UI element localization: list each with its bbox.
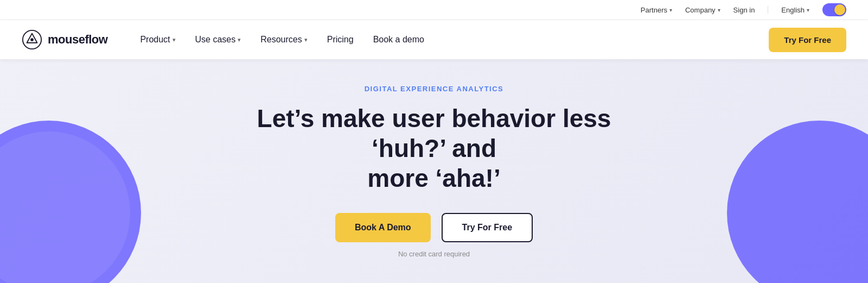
nav-product-chevron: ▾ xyxy=(173,36,176,43)
logo[interactable]: mouseflow xyxy=(22,29,107,50)
hero-try-free-button[interactable]: Try For Free xyxy=(442,213,533,242)
partners-nav[interactable]: Partners ▾ xyxy=(641,6,672,14)
hero-title: Let’s make user behavior less ‘huh?’ and… xyxy=(222,104,646,194)
top-bar: Partners ▾ Company ▾ Sign in English ▾ xyxy=(0,0,868,20)
nav-book-demo[interactable]: Book a demo xyxy=(373,35,424,45)
nav-usecases-label: Use cases xyxy=(195,35,236,45)
partners-label: Partners xyxy=(641,6,667,14)
logo-icon xyxy=(22,29,42,50)
nav-book-demo-label: Book a demo xyxy=(373,35,424,45)
hero-section: DIGITAL EXPERIENCE ANALYTICS Let’s make … xyxy=(0,59,868,283)
hero-title-line1: Let’s make user behavior less ‘huh?’ and xyxy=(257,104,611,162)
partners-chevron: ▾ xyxy=(669,7,672,13)
nav-product[interactable]: Product ▾ xyxy=(140,35,175,45)
nav-usecases[interactable]: Use cases ▾ xyxy=(195,35,241,45)
toggle-knob xyxy=(834,4,845,15)
signin-link[interactable]: Sign in xyxy=(733,6,755,14)
hero-buttons: Book A Demo Try For Free xyxy=(222,213,646,242)
divider xyxy=(768,6,768,14)
signin-label: Sign in xyxy=(733,6,755,14)
hero-book-demo-button[interactable]: Book A Demo xyxy=(335,213,431,242)
company-nav[interactable]: Company ▾ xyxy=(685,6,720,14)
nav-product-label: Product xyxy=(140,35,170,45)
hero-note: No credit card required xyxy=(222,250,646,258)
language-label: English xyxy=(781,6,805,14)
hero-circle-right xyxy=(727,121,868,283)
company-label: Company xyxy=(685,6,716,14)
nav-try-free-button[interactable]: Try For Free xyxy=(769,28,846,52)
language-chevron: ▾ xyxy=(807,7,809,13)
svg-marker-1 xyxy=(27,34,37,43)
language-selector[interactable]: English ▾ xyxy=(781,6,809,14)
nav-resources-label: Resources xyxy=(260,35,302,45)
hero-content: DIGITAL EXPERIENCE ANALYTICS Let’s make … xyxy=(222,85,646,259)
theme-toggle[interactable] xyxy=(822,3,846,16)
nav-links: Product ▾ Use cases ▾ Resources ▾ Pricin… xyxy=(140,35,769,45)
nav-usecases-chevron: ▾ xyxy=(238,36,241,43)
company-chevron: ▾ xyxy=(718,7,720,13)
nav-pricing[interactable]: Pricing xyxy=(327,35,354,45)
nav-resources[interactable]: Resources ▾ xyxy=(260,35,307,45)
hero-title-line2: more ‘aha!’ xyxy=(367,164,500,192)
logo-text: mouseflow xyxy=(48,33,107,47)
nav-pricing-label: Pricing xyxy=(327,35,354,45)
hero-circle-left xyxy=(0,121,141,283)
hero-eyebrow: DIGITAL EXPERIENCE ANALYTICS xyxy=(222,85,646,93)
svg-point-2 xyxy=(30,38,34,41)
navbar: mouseflow Product ▾ Use cases ▾ Resource… xyxy=(0,20,868,59)
nav-resources-chevron: ▾ xyxy=(304,36,308,43)
